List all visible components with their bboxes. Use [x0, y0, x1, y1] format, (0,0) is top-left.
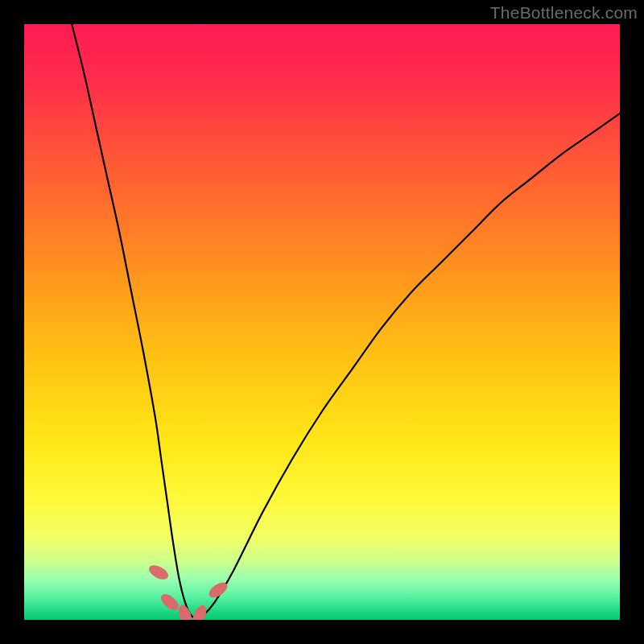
chart-frame: TheBottleneck.com	[0, 0, 644, 644]
plot-area	[24, 24, 620, 620]
bottleneck-curve	[24, 24, 620, 620]
attribution-text: TheBottleneck.com	[490, 3, 638, 23]
